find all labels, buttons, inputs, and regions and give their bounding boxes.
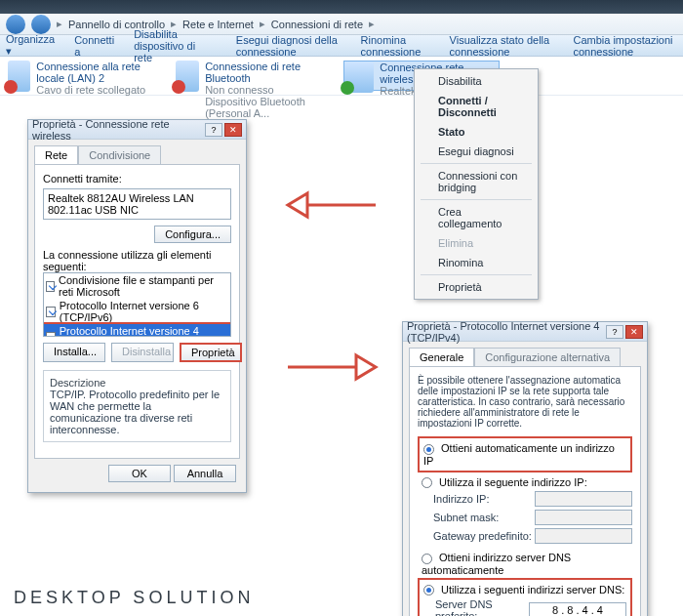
conn-subtitle: Cavo di rete scollegato	[36, 84, 164, 96]
help-button[interactable]: ?	[205, 123, 222, 137]
command-bar: Organizza ▾ Connetti a Disabilita dispos…	[0, 35, 683, 57]
watermark: DESKTOP SOLUTION	[14, 588, 254, 608]
breadcrumb-item[interactable]: Connessioni di rete	[271, 19, 363, 30]
connect-via-label: Connetti tramite:	[43, 173, 231, 185]
radio-manual-dns[interactable]	[423, 585, 434, 595]
menu-diagnose[interactable]: Esegui diagnosi	[417, 142, 536, 161]
tab-alternate[interactable]: Configurazione alternativa	[474, 348, 621, 366]
checkbox-icon[interactable]	[46, 332, 56, 338]
ipv4-properties-window: Proprietà - Protocollo Internet versione…	[402, 321, 648, 616]
menu-properties[interactable]: Proprietà	[417, 277, 536, 297]
window-top-strip	[0, 0, 683, 14]
component-properties-button[interactable]: Proprietà	[180, 343, 242, 362]
manual-dns-label: Utilizza i seguenti indirizzi server DNS…	[441, 584, 624, 595]
cmd-disable[interactable]: Disabilita dispositivo di rete	[134, 28, 217, 63]
cmd-change[interactable]: Cambia impostazioni connessione	[573, 34, 677, 58]
radio-auto-dns[interactable]	[422, 554, 432, 564]
cmd-rename[interactable]: Rinomina connessione	[361, 34, 430, 58]
window-title: Proprietà - Connessione rete wireless	[32, 118, 203, 142]
nav-fwd-icon[interactable]	[31, 15, 51, 34]
checkbox-icon[interactable]	[46, 307, 56, 317]
wireless-properties-window: Proprietà - Connessione rete wireless ? …	[27, 119, 247, 493]
menu-separator	[421, 163, 532, 164]
rename-icon	[421, 257, 432, 268]
nav-back-icon[interactable]	[6, 15, 25, 34]
help-button[interactable]: ?	[606, 325, 623, 339]
breadcrumb: ▸ Pannello di controllo ▸ Rete e Interne…	[0, 14, 683, 35]
connection-lan[interactable]: Connessione alla rete locale (LAN) 2 Cav…	[8, 61, 164, 91]
configure-button[interactable]: Configura...	[154, 226, 231, 243]
delete-icon	[421, 237, 432, 249]
description-text: TCP/IP. Protocollo predefinito per le WA…	[50, 389, 224, 435]
radio-auto-ip[interactable]	[423, 444, 434, 455]
menu-connect[interactable]: Connetti / Disconnetti	[417, 91, 536, 122]
description-heading: Descrizione	[50, 377, 224, 389]
gateway-label: Gateway predefinito:	[433, 530, 535, 542]
adapter-field: Realtek 8812AU Wireless LAN 802.11ac USB…	[43, 188, 231, 220]
uses-label: La connessione utilizza gli elementi seg…	[43, 249, 231, 272]
auto-dns-label: Ottieni indirizzo server DNS automaticam…	[422, 552, 571, 576]
mask-label: Subnet mask:	[433, 512, 535, 523]
ip-label: Indirizzo IP:	[433, 493, 535, 505]
conn-subtitle: Dispositivo Bluetooth (Personal A...	[205, 96, 332, 119]
arrow-right-icon	[283, 348, 381, 387]
mask-field	[535, 510, 632, 525]
auto-ip-label: Ottieni automaticamente un indirizzo IP	[423, 442, 615, 467]
menu-status[interactable]: Stato	[417, 122, 536, 142]
menu-rename[interactable]: Rinomina	[417, 253, 536, 272]
connection-bluetooth[interactable]: Connessione di rete Bluetooth Non connes…	[176, 61, 332, 91]
uninstall-button: Disinstalla	[111, 343, 174, 362]
cmd-diagnose[interactable]: Esegui diagnosi della connessione	[236, 34, 342, 58]
window-title: Proprietà - Protocollo Internet versione…	[407, 320, 604, 344]
chevron-icon: ▸	[57, 18, 62, 30]
list-item[interactable]: Protocollo Internet versione 6 (TCP/IPv6…	[44, 299, 230, 324]
network-icon	[8, 61, 30, 92]
conn-title: Connessione di rete Bluetooth	[205, 61, 332, 84]
install-button[interactable]: Installa...	[43, 343, 105, 362]
intro-text: È possibile ottenere l'assegnazione auto…	[418, 375, 632, 429]
bridge-icon	[421, 170, 432, 182]
cmd-status[interactable]: Visualizza stato della connessione	[450, 34, 554, 58]
ip-field	[535, 491, 632, 507]
menu-bridging[interactable]: Connessioni con bridging	[417, 166, 536, 197]
manual-ip-label: Utilizza il seguente indirizzo IP:	[439, 476, 587, 488]
checkbox-icon[interactable]	[46, 281, 55, 292]
close-button[interactable]: ✕	[625, 325, 643, 339]
list-item[interactable]: Condivisione file e stampanti per reti M…	[44, 273, 230, 299]
disable-icon	[421, 75, 432, 87]
chevron-icon: ▸	[260, 18, 265, 30]
gateway-field	[535, 528, 632, 544]
tab-network[interactable]: Rete	[34, 145, 78, 164]
menu-separator	[421, 274, 532, 275]
arrow-left-icon	[283, 185, 381, 225]
tab-sharing[interactable]: Condivisione	[78, 145, 161, 164]
conn-subtitle: Non connesso	[205, 84, 332, 96]
tab-general[interactable]: Generale	[409, 348, 474, 366]
list-item-ipv4[interactable]: Protocollo Internet versione 4 (TCP/IPv4…	[44, 324, 230, 337]
components-list[interactable]: Condivisione file e stampanti per reti M…	[43, 272, 231, 337]
properties-icon	[421, 281, 432, 293]
network-icon	[344, 62, 374, 93]
menu-disable[interactable]: Disabilita	[417, 71, 536, 91]
connections-pane: Connessione alla rete locale (LAN) 2 Cav…	[0, 57, 683, 96]
close-button[interactable]: ✕	[224, 123, 242, 137]
dns1-field[interactable]	[529, 602, 626, 616]
cmd-organize[interactable]: Organizza ▾	[6, 33, 55, 58]
menu-delete: Elimina	[417, 233, 536, 253]
cmd-connect[interactable]: Connetti a	[74, 34, 114, 58]
menu-separator	[421, 199, 532, 200]
cancel-button[interactable]: Annulla	[174, 465, 236, 482]
conn-title: Connessione alla rete locale (LAN) 2	[36, 61, 164, 84]
dns1-label: Server DNS preferito:	[435, 598, 529, 616]
ok-button[interactable]: OK	[108, 465, 171, 482]
radio-manual-ip[interactable]	[422, 477, 432, 488]
context-menu: Disabilita Connetti / Disconnetti Stato …	[414, 68, 539, 300]
menu-shortcut[interactable]: Crea collegamento	[417, 202, 536, 233]
network-icon	[176, 61, 199, 92]
chevron-icon: ▸	[369, 18, 375, 30]
